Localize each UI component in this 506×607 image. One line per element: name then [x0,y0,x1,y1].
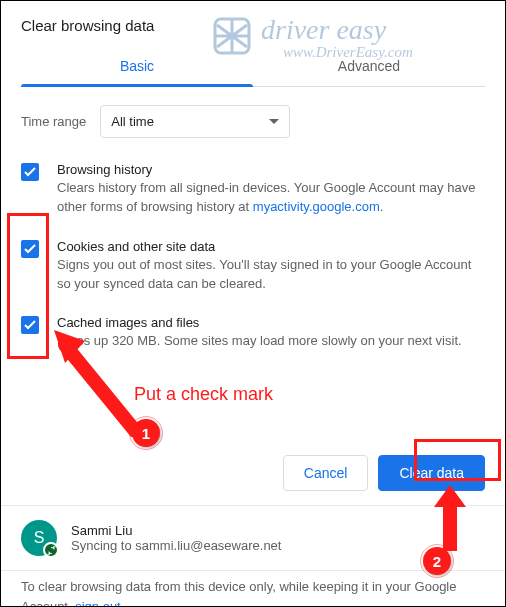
cancel-button[interactable]: Cancel [283,455,369,491]
option-desc: Clears history from all signed-in device… [57,179,485,217]
time-range-row: Time range All time [21,105,485,138]
check-icon [24,320,36,330]
profile-sync-status: Syncing to sammi.liu@easeware.net [71,538,281,553]
tab-basic[interactable]: Basic [21,46,253,86]
dialog-title: Clear browsing data [21,17,485,34]
option-title: Cookies and other site data [57,239,485,254]
time-range-value: All time [111,114,154,129]
check-icon [24,167,36,177]
tabs: Basic Advanced [21,46,485,87]
check-icon [24,244,36,254]
checkbox-cookies[interactable] [21,240,39,258]
avatar: S [21,520,57,556]
option-title: Browsing history [57,162,485,177]
annotation-step-2: 2 [423,547,451,575]
clear-data-button[interactable]: Clear data [378,455,485,491]
annotation-text: Put a check mark [134,384,273,405]
sign-out-link[interactable]: sign out [75,599,121,607]
annotation-step-1: 1 [132,419,160,447]
checkbox-cached[interactable] [21,316,39,334]
option-cookies: Cookies and other site data Signs you ou… [21,239,485,294]
option-desc: Signs you out of most sites. You'll stay… [57,256,485,294]
myactivity-link[interactable]: myactivity.google.com [253,199,380,214]
dialog-actions: Cancel Clear data [1,441,505,505]
chevron-down-icon [269,119,279,125]
tab-advanced[interactable]: Advanced [253,46,485,86]
checkbox-browsing-history[interactable] [21,163,39,181]
option-browsing-history: Browsing history Clears history from all… [21,162,485,217]
sync-badge-icon [43,542,59,558]
profile-name: Sammi Liu [71,523,281,538]
option-cached: Cached images and files Frees up 320 MB.… [21,315,485,351]
time-range-select[interactable]: All time [100,105,290,138]
option-title: Cached images and files [57,315,462,330]
option-desc: Frees up 320 MB. Some sites may load mor… [57,332,462,351]
time-range-label: Time range [21,114,86,129]
